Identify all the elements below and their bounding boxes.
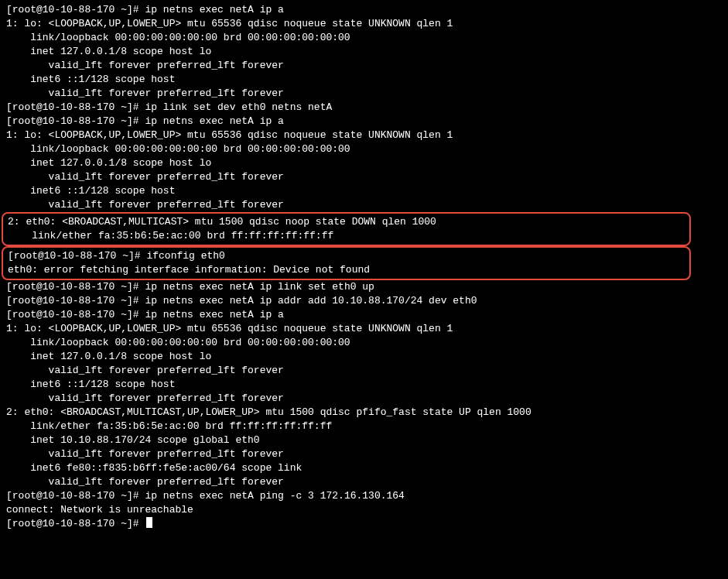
command-text: ip link set dev eth0 netns netA xyxy=(145,101,332,113)
output-text: inet 10.10.88.170/24 scope global eth0 xyxy=(6,434,260,446)
output-line: inet 127.0.0.1/8 scope host lo xyxy=(6,156,722,170)
output-text: link/loopback 00:00:00:00:00:00 brd 00:0… xyxy=(6,143,350,155)
highlight-box-2: [root@10-10-88-170 ~]# ifconfig eth0eth0… xyxy=(2,246,691,280)
output-line: link/loopback 00:00:00:00:00:00 brd 00:0… xyxy=(6,142,722,156)
output-text: eth0: error fetching interface informati… xyxy=(8,264,370,276)
output-text: valid_lft forever preferred_lft forever xyxy=(6,476,284,488)
output-line: inet6 ::1/128 scope host xyxy=(6,73,722,87)
terminal-output[interactable]: [root@10-10-88-170 ~]# ip netns exec net… xyxy=(6,3,722,531)
output-text: link/ether fa:35:b6:5e:ac:00 brd ff:ff:f… xyxy=(6,420,332,432)
output-text: inet 127.0.0.1/8 scope host lo xyxy=(6,351,211,362)
command-line[interactable]: [root@10-10-88-170 ~]# xyxy=(6,517,722,531)
command-line[interactable]: [root@10-10-88-170 ~]# ip netns exec net… xyxy=(6,115,722,128)
output-text: valid_lft forever preferred_lft forever xyxy=(6,171,284,183)
output-line: 2: eth0: <BROADCAST,MULTICAST,UP,LOWER_U… xyxy=(6,406,722,420)
output-text: inet6 fe80::f835:b6ff:fe5e:ac00/64 scope… xyxy=(6,462,302,474)
output-line: inet6 fe80::f835:b6ff:fe5e:ac00/64 scope… xyxy=(6,461,722,475)
output-line: 1: lo: <LOOPBACK,UP,LOWER_UP> mtu 65536 … xyxy=(6,322,722,336)
output-line: valid_lft forever preferred_lft forever xyxy=(6,170,722,184)
command-line[interactable]: [root@10-10-88-170 ~]# ip netns exec net… xyxy=(6,280,722,294)
command-line[interactable]: [root@10-10-88-170 ~]# ip netns exec net… xyxy=(6,294,722,308)
output-line: link/loopback 00:00:00:00:00:00 brd 00:0… xyxy=(6,31,722,45)
output-line: valid_lft forever preferred_lft forever xyxy=(6,392,722,406)
command-line[interactable]: [root@10-10-88-170 ~]# ip netns exec net… xyxy=(6,489,722,503)
output-text: 1: lo: <LOOPBACK,UP,LOWER_UP> mtu 65536 … xyxy=(6,323,453,334)
command-line[interactable]: [root@10-10-88-170 ~]# ip netns exec net… xyxy=(6,308,722,322)
output-text: inet6 ::1/128 scope host xyxy=(6,185,175,197)
shell-prompt: [root@10-10-88-170 ~]# xyxy=(6,518,145,529)
shell-prompt: [root@10-10-88-170 ~]# xyxy=(8,250,146,262)
output-line: link/ether fa:35:b6:5e:ac:00 brd ff:ff:f… xyxy=(8,229,686,243)
highlight-box-1: 2: eth0: <BROADCAST,MULTICAST> mtu 1500 … xyxy=(2,212,691,246)
output-line: inet 127.0.0.1/8 scope host lo xyxy=(6,45,722,59)
output-line: valid_lft forever preferred_lft forever xyxy=(6,364,722,378)
output-text: link/loopback 00:00:00:00:00:00 brd 00:0… xyxy=(6,337,350,348)
output-text: link/ether fa:35:b6:5e:ac:00 brd ff:ff:f… xyxy=(8,230,333,242)
command-line[interactable]: [root@10-10-88-170 ~]# ip netns exec net… xyxy=(6,3,722,17)
command-text: ip netns exec netA ping -c 3 172.16.130.… xyxy=(145,490,404,502)
shell-prompt: [root@10-10-88-170 ~]# xyxy=(6,309,145,320)
output-text: valid_lft forever preferred_lft forever xyxy=(6,199,284,211)
shell-prompt: [root@10-10-88-170 ~]# xyxy=(6,101,145,113)
output-line: inet6 ::1/128 scope host xyxy=(6,184,722,198)
output-text: 1: lo: <LOOPBACK,UP,LOWER_UP> mtu 65536 … xyxy=(6,18,453,29)
command-line[interactable]: [root@10-10-88-170 ~]# ifconfig eth0 xyxy=(8,249,686,263)
output-text: valid_lft forever preferred_lft forever xyxy=(6,392,284,404)
output-text: link/loopback 00:00:00:00:00:00 brd 00:0… xyxy=(6,32,350,43)
output-line: connect: Network is unreachable xyxy=(6,503,722,517)
command-line[interactable]: [root@10-10-88-170 ~]# ip link set dev e… xyxy=(6,101,722,115)
output-line: 1: lo: <LOOPBACK,UP,LOWER_UP> mtu 65536 … xyxy=(6,17,722,31)
output-text: inet6 ::1/128 scope host xyxy=(6,379,175,390)
shell-prompt: [root@10-10-88-170 ~]# xyxy=(6,490,145,502)
output-line: valid_lft forever preferred_lft forever xyxy=(6,475,722,489)
command-text: ip netns exec netA ip a xyxy=(145,115,283,127)
cursor[interactable] xyxy=(146,517,152,528)
output-line: eth0: error fetching interface informati… xyxy=(8,263,686,277)
shell-prompt: [root@10-10-88-170 ~]# xyxy=(6,295,145,307)
output-text: inet 127.0.0.1/8 scope host lo xyxy=(6,157,211,169)
output-line: 1: lo: <LOOPBACK,UP,LOWER_UP> mtu 65536 … xyxy=(6,128,722,142)
command-text: ip netns exec netA ip addr add 10.10.88.… xyxy=(145,295,477,307)
output-line: valid_lft forever preferred_lft forever xyxy=(6,198,722,212)
shell-prompt: [root@10-10-88-170 ~]# xyxy=(6,4,145,15)
command-text: ifconfig eth0 xyxy=(146,250,224,262)
shell-prompt: [root@10-10-88-170 ~]# xyxy=(6,281,145,293)
output-line: link/ether fa:35:b6:5e:ac:00 brd ff:ff:f… xyxy=(6,420,722,433)
output-line: inet 10.10.88.170/24 scope global eth0 xyxy=(6,433,722,447)
output-text: 2: eth0: <BROADCAST,MULTICAST,UP,LOWER_U… xyxy=(6,406,531,418)
output-text: valid_lft forever preferred_lft forever xyxy=(6,448,284,460)
output-line: inet6 ::1/128 scope host xyxy=(6,378,722,392)
command-text: ip netns exec netA ip link set eth0 up xyxy=(145,281,374,293)
output-line: valid_lft forever preferred_lft forever xyxy=(6,447,722,461)
output-text: 1: lo: <LOOPBACK,UP,LOWER_UP> mtu 65536 … xyxy=(6,129,453,141)
output-text: valid_lft forever preferred_lft forever xyxy=(6,365,284,376)
output-text: 2: eth0: <BROADCAST,MULTICAST> mtu 1500 … xyxy=(8,216,436,228)
output-text: valid_lft forever preferred_lft forever xyxy=(6,60,284,71)
output-line: 2: eth0: <BROADCAST,MULTICAST> mtu 1500 … xyxy=(8,215,686,229)
output-text: valid_lft forever preferred_lft forever xyxy=(6,87,284,99)
command-text: ip netns exec netA ip a xyxy=(145,4,283,15)
shell-prompt: [root@10-10-88-170 ~]# xyxy=(6,115,145,127)
output-line: inet 127.0.0.1/8 scope host lo xyxy=(6,350,722,364)
output-text: connect: Network is unreachable xyxy=(6,504,193,516)
output-line: valid_lft forever preferred_lft forever xyxy=(6,87,722,101)
output-line: link/loopback 00:00:00:00:00:00 brd 00:0… xyxy=(6,336,722,350)
output-line: valid_lft forever preferred_lft forever xyxy=(6,59,722,73)
command-text: ip netns exec netA ip a xyxy=(145,309,283,320)
output-text: inet6 ::1/128 scope host xyxy=(6,74,175,85)
output-text: inet 127.0.0.1/8 scope host lo xyxy=(6,46,211,57)
